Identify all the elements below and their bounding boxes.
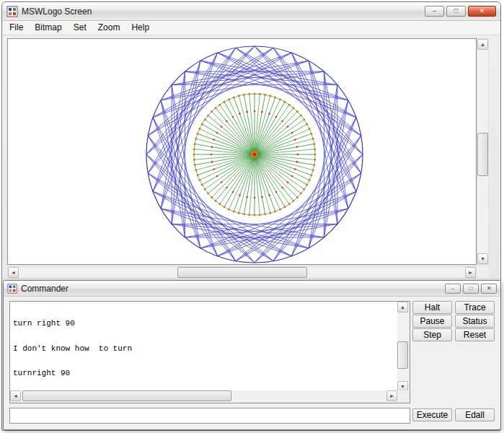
output-horizontal-scrollbar[interactable]: ◄ ► — [10, 390, 397, 403]
close-icon: ✕ — [487, 285, 492, 292]
minimize-button[interactable]: – — [425, 6, 444, 17]
canvas-horizontal-scrollbar[interactable]: ◄ ► — [7, 266, 477, 279]
commander-button-grid: Halt Trace Pause Status Step Reset — [412, 301, 495, 341]
close-button[interactable]: ✕ — [468, 6, 496, 17]
step-button[interactable]: Step — [412, 328, 452, 341]
maximize-icon: □ — [469, 285, 473, 292]
commander-input[interactable] — [9, 408, 410, 424]
minimize-icon: – — [451, 285, 454, 292]
trace-button[interactable]: Trace — [455, 301, 495, 314]
main-window-title: MSWLogo Screen — [22, 6, 92, 17]
reset-button[interactable]: Reset — [455, 328, 495, 341]
menubar: File Bitmap Set Zoom Help — [2, 21, 500, 35]
arrow-down-icon: ▼ — [400, 384, 405, 389]
commander-maximize-button[interactable]: □ — [463, 284, 479, 294]
commander-title: Commander — [21, 284, 68, 294]
scroll-left-button[interactable]: ◄ — [8, 267, 19, 278]
arrow-right-icon: ► — [389, 393, 394, 398]
arrow-left-icon: ◄ — [11, 270, 16, 275]
status-button[interactable]: Status — [455, 315, 495, 328]
canvas-vscroll-thumb[interactable] — [477, 133, 488, 176]
menu-file[interactable]: File — [4, 21, 29, 35]
execute-button[interactable]: Execute — [412, 408, 452, 421]
menu-set[interactable]: Set — [68, 21, 92, 35]
drawing-canvas[interactable] — [7, 38, 477, 265]
canvas-vertical-scrollbar[interactable]: ▲ ▼ — [477, 38, 489, 265]
commander-icon — [7, 284, 17, 294]
edall-button[interactable]: Edall — [455, 408, 495, 421]
scroll-left-button[interactable]: ◄ — [10, 390, 21, 401]
arrow-down-icon: ▼ — [480, 256, 485, 261]
commander-output[interactable]: turn right 90 I don't know how to turn t… — [10, 302, 397, 390]
output-hscroll-thumb[interactable] — [22, 390, 231, 401]
maximize-icon: □ — [454, 7, 458, 14]
mswlogo-icon — [6, 6, 18, 17]
output-vscroll-thumb[interactable] — [397, 341, 408, 369]
scroll-right-button[interactable]: ► — [386, 390, 397, 401]
arrow-left-icon: ◄ — [13, 393, 18, 398]
close-icon: ✕ — [479, 7, 485, 14]
console-line: turnright 90 — [13, 369, 394, 378]
scrollbar-corner — [397, 390, 410, 403]
output-vertical-scrollbar[interactable]: ▲ ▼ — [397, 302, 410, 392]
arrow-up-icon: ▲ — [480, 42, 485, 47]
halt-button[interactable]: Halt — [412, 301, 452, 314]
arrow-right-icon: ► — [468, 270, 473, 275]
scroll-up-button[interactable]: ▲ — [397, 302, 408, 312]
commander-bottom-buttons: Execute Edall — [412, 408, 495, 421]
canvas-hscroll-thumb[interactable] — [177, 267, 307, 278]
scroll-up-button[interactable]: ▲ — [477, 39, 488, 50]
commander-titlebar[interactable]: Commander – □ ✕ — [4, 281, 500, 297]
console-line: turn right 90 — [13, 320, 394, 328]
console-line: I don't know how to turn — [13, 345, 394, 354]
commander-window: Commander – □ ✕ turn right 90 I don't kn… — [3, 280, 501, 430]
pause-button[interactable]: Pause — [412, 315, 452, 328]
commander-output-box: turn right 90 I don't know how to turn t… — [9, 301, 410, 403]
main-titlebar[interactable]: MSWLogo Screen – □ ✕ — [2, 2, 500, 21]
arrow-up-icon: ▲ — [400, 305, 405, 310]
turtle-drawing — [8, 39, 477, 265]
commander-minimize-button[interactable]: – — [445, 284, 461, 294]
minimize-icon: – — [433, 7, 436, 14]
scroll-right-button[interactable]: ► — [465, 267, 476, 278]
menu-bitmap[interactable]: Bitmap — [29, 21, 67, 35]
scrollbar-corner — [477, 266, 489, 279]
maximize-button[interactable]: □ — [446, 6, 466, 17]
menu-zoom[interactable]: Zoom — [92, 21, 126, 35]
scroll-down-button[interactable]: ▼ — [477, 253, 488, 264]
commander-close-button[interactable]: ✕ — [481, 284, 497, 294]
menu-help[interactable]: Help — [125, 21, 155, 35]
